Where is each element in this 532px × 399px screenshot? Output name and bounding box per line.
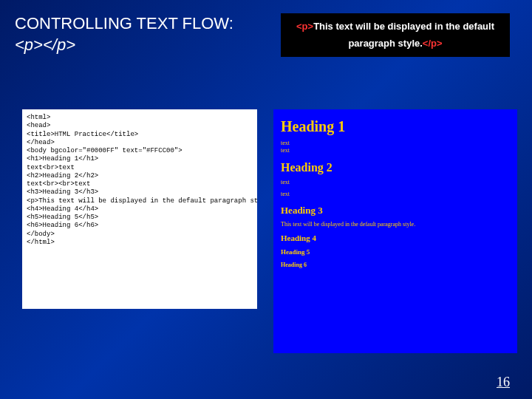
p-open-tag: <p> [296,21,313,32]
page-number: 16 [497,375,510,390]
rendered-text-line: text [281,147,510,154]
rendered-h1: Heading 1 [281,118,510,135]
rendered-text-line: text [281,140,510,147]
title-sub: <p></p> [15,35,233,56]
rendered-h3: Heading 3 [281,205,510,216]
rendered-text-line: text [281,179,510,186]
example-box: <p>This text will be displayed in the de… [281,13,510,57]
rendered-h2: Heading 2 [281,161,510,174]
rendered-text-line: text [281,191,510,198]
rendered-h6: Heading 6 [281,262,510,268]
title-main: CONTROLLING TEXT FLOW: [15,13,233,35]
rendered-paragraph: This text will be displayed in the defau… [281,221,510,228]
rendered-h5: Heading 5 [281,248,510,256]
example-text: This text will be displayed in the defau… [313,21,494,49]
render-panel: Heading 1 text text Heading 2 text text … [273,109,517,353]
p-close-tag: </p> [423,38,443,49]
rendered-h4: Heading 4 [281,233,510,242]
code-panel: <html> <head> <title>HTML Practice</titl… [22,109,257,309]
slide-title: CONTROLLING TEXT FLOW: <p></p> [15,13,233,55]
